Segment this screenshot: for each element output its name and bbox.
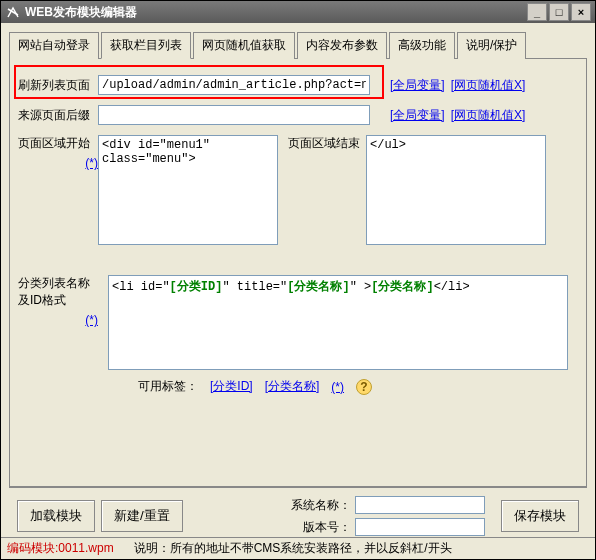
row-tags: 可用标签： [分类ID] [分类名称] (*) ?	[138, 378, 578, 395]
random-x-link-1[interactable]: [网页随机值X]	[451, 77, 526, 94]
sys-name-label: 系统名称：	[291, 497, 351, 514]
area-start-asterisk[interactable]: (*)	[18, 156, 98, 170]
maximize-button[interactable]: □	[549, 3, 569, 21]
tab-help-protect[interactable]: 说明/保护	[457, 32, 526, 59]
tab-advanced[interactable]: 高级功能	[389, 32, 455, 59]
window-title: WEB发布模块编辑器	[25, 4, 527, 21]
close-button[interactable]: ×	[571, 3, 591, 21]
tab-random-value[interactable]: 网页随机值获取	[193, 32, 295, 59]
tag-link-2[interactable]: [分类名称]	[265, 378, 320, 395]
version-input[interactable]	[355, 518, 485, 536]
system-fields: 系统名称： 版本号：	[291, 496, 485, 536]
global-var-link-1[interactable]: [全局变量]	[390, 77, 445, 94]
sys-name-row: 系统名称：	[291, 496, 485, 514]
format-textarea[interactable]: <li id="[分类ID]" title="[分类名称]" >[分类名称]</…	[108, 275, 568, 370]
tab-publish-params[interactable]: 内容发布参数	[297, 32, 387, 59]
sys-name-input[interactable]	[355, 496, 485, 514]
area-end-col: 页面区域结束 </ul>	[288, 135, 546, 245]
format-asterisk[interactable]: (*)	[18, 313, 98, 327]
area-end-label: 页面区域结束	[288, 135, 366, 152]
global-var-link-2[interactable]: [全局变量]	[390, 107, 445, 124]
app-window: WEB发布模块编辑器 _ □ × 网站自动登录 获取栏目列表 网页随机值获取 内…	[0, 0, 596, 560]
area-start-col: 页面区域开始 (*) <div id="menu1" class="menu">	[18, 135, 278, 245]
tag-asterisk[interactable]: (*)	[331, 380, 344, 394]
format-label-col: 分类列表名称及ID格式 (*)	[18, 275, 98, 370]
row-area: 页面区域开始 (*) <div id="menu1" class="menu">…	[18, 135, 578, 245]
bottom-panel: 加载模块 新建/重置 系统名称： 版本号： 保存模块	[9, 487, 587, 544]
random-x-link-2[interactable]: [网页随机值X]	[451, 107, 526, 124]
minimize-button[interactable]: _	[527, 3, 547, 21]
area-end-textarea[interactable]: </ul>	[366, 135, 546, 245]
tab-pane: 刷新列表页面 [全局变量] [网页随机值X] 来源页面后缀 [全局变量] [网页…	[9, 59, 587, 487]
app-icon	[5, 4, 21, 20]
tab-auto-login[interactable]: 网站自动登录	[9, 32, 99, 59]
source-suffix-input[interactable]	[98, 105, 370, 125]
titlebar: WEB发布模块编辑器 _ □ ×	[1, 1, 595, 23]
row-source-suffix: 来源页面后缀 [全局变量] [网页随机值X]	[18, 105, 578, 125]
content-area: 网站自动登录 获取栏目列表 网页随机值获取 内容发布参数 高级功能 说明/保护 …	[1, 23, 595, 537]
tag-link-1[interactable]: [分类ID]	[210, 378, 253, 395]
refresh-input[interactable]	[98, 75, 370, 95]
window-controls: _ □ ×	[527, 3, 591, 21]
area-start-label-col: 页面区域开始 (*)	[18, 135, 98, 245]
row-refresh: 刷新列表页面 [全局变量] [网页随机值X]	[18, 75, 578, 95]
tab-get-columns[interactable]: 获取栏目列表	[101, 32, 191, 59]
row-format: 分类列表名称及ID格式 (*) <li id="[分类ID]" title="[…	[18, 275, 578, 370]
tab-bar: 网站自动登录 获取栏目列表 网页随机值获取 内容发布参数 高级功能 说明/保护	[9, 31, 587, 59]
help-icon[interactable]: ?	[356, 379, 372, 395]
area-end-label-col: 页面区域结束	[288, 135, 366, 245]
format-label: 分类列表名称及ID格式	[18, 275, 98, 309]
load-module-button[interactable]: 加载模块	[17, 500, 95, 532]
area-start-textarea[interactable]: <div id="menu1" class="menu">	[98, 135, 278, 245]
tags-label: 可用标签：	[138, 378, 198, 395]
new-reset-button[interactable]: 新建/重置	[101, 500, 183, 532]
refresh-label: 刷新列表页面	[18, 77, 98, 94]
version-label: 版本号：	[303, 519, 351, 536]
save-module-button[interactable]: 保存模块	[501, 500, 579, 532]
version-row: 版本号：	[303, 518, 485, 536]
source-suffix-label: 来源页面后缀	[18, 107, 98, 124]
area-start-label: 页面区域开始	[18, 135, 98, 152]
